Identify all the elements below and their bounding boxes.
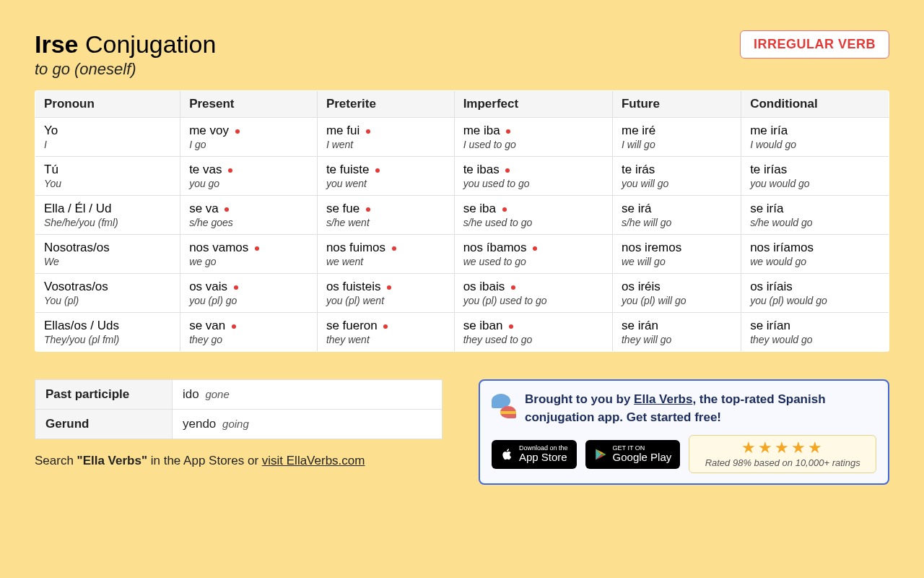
search-line: Search "Ella Verbs" in the App Stores or…: [35, 454, 443, 468]
column-header: Pronoun: [35, 91, 180, 118]
conjugation-table: PronounPresentPreteriteImperfectFutureCo…: [35, 90, 889, 352]
column-header: Future: [612, 91, 741, 118]
conjugation-cell: se fue s/he went: [317, 196, 454, 235]
irregular-dot-icon: [506, 129, 510, 134]
conjugation-cell: nos vamos we go: [180, 235, 318, 274]
conjugation-cell: te fuiste you went: [317, 157, 454, 196]
past-participle-label: Past participle: [35, 380, 173, 410]
past-participle-value: ido gone: [173, 380, 443, 410]
rating-text: Rated 98% based on 10,000+ ratings: [701, 457, 864, 468]
irregular-dot-icon: [392, 246, 396, 251]
table-row: YoIme voy I gome fui I wentme iba I used…: [35, 118, 889, 157]
gerund-es: yendo: [183, 417, 216, 431]
conjugation-cell: nos iríamos we would go: [741, 235, 889, 274]
conjugation-cell: os fuisteis you (pl) went: [317, 274, 454, 313]
conjugation-cell: os iréis you (pl) will go: [612, 274, 741, 313]
conjugation-cell: me voy I go: [180, 118, 318, 157]
irregular-badge: IRREGULAR VERB: [740, 30, 889, 59]
conjugation-cell: te irás you will go: [612, 157, 741, 196]
conjugation-cell: se irán they will go: [612, 313, 741, 352]
column-header: Preterite: [317, 91, 454, 118]
conjugation-cell: te ibas you used to go: [454, 157, 612, 196]
apple-icon: [500, 447, 513, 462]
conjugation-cell: os iríais you (pl) would go: [741, 274, 889, 313]
pronoun-cell: TúYou: [35, 157, 180, 196]
irregular-dot-icon: [235, 129, 240, 134]
irregular-dot-icon: [505, 168, 510, 173]
rating-box: ★★★★★ Rated 98% based on 10,000+ ratings: [689, 435, 876, 473]
stars-icon: ★★★★★: [701, 440, 864, 456]
irregular-dot-icon: [225, 207, 229, 212]
conjugation-cell: me iría I would go: [741, 118, 889, 157]
irregular-dot-icon: [228, 168, 232, 173]
conjugation-cell: nos íbamos we used to go: [454, 235, 612, 274]
irregular-dot-icon: [375, 168, 380, 173]
conjugation-cell: se irá s/he will go: [612, 196, 741, 235]
irregular-dot-icon: [232, 324, 236, 329]
conjugation-cell: se iba s/he used to go: [454, 196, 612, 235]
table-row: Nosotras/osWenos vamos we gonos fuimos w…: [35, 235, 889, 274]
app-store-button[interactable]: Download on theApp Store: [492, 440, 577, 469]
forms-table: Past participle ido gone Gerund yendo go…: [35, 379, 443, 439]
gerund-label: Gerund: [35, 410, 173, 439]
pronoun-cell: Nosotras/osWe: [35, 235, 180, 274]
irregular-dot-icon: [502, 207, 507, 212]
promo-prefix: Brought to you by: [525, 392, 634, 406]
gerund-value: yendo going: [173, 410, 443, 439]
conjugation-cell: se van they go: [180, 313, 318, 352]
pronoun-cell: Ellas/os / UdsThey/you (pl fml): [35, 313, 180, 352]
conjugation-cell: se va s/he goes: [180, 196, 318, 235]
pronoun-cell: YoI: [35, 118, 180, 157]
irregular-dot-icon: [234, 285, 238, 290]
conjugation-cell: nos iremos we will go: [612, 235, 741, 274]
conjugation-cell: nos fuimos we went: [317, 235, 454, 274]
title-suffix: Conjugation: [85, 30, 216, 58]
conjugation-cell: te irías you would go: [741, 157, 889, 196]
verb-name: Irse: [35, 30, 79, 58]
conjugation-cell: se iría s/he would go: [741, 196, 889, 235]
conjugation-cell: se fueron they went: [317, 313, 454, 352]
conjugation-cell: me fui I went: [317, 118, 454, 157]
column-header: Present: [180, 91, 318, 118]
conjugation-cell: os vais you (pl) go: [180, 274, 318, 313]
google-play-button[interactable]: GET IT ONGoogle Play: [585, 440, 681, 469]
conjugation-cell: os ibais you (pl) used to go: [454, 274, 612, 313]
search-quoted: "Ella Verbs": [77, 454, 147, 467]
conjugation-cell: se irían they would go: [741, 313, 889, 352]
ella-verbs-icon: [492, 394, 516, 418]
conjugation-cell: me iré I will go: [612, 118, 741, 157]
irregular-dot-icon: [509, 324, 513, 329]
irregular-dot-icon: [366, 207, 370, 212]
column-header: Imperfect: [454, 91, 612, 118]
promo-box: Brought to you by Ella Verbs, the top-ra…: [479, 379, 889, 485]
search-middle: in the App Stores or: [147, 454, 262, 467]
irregular-dot-icon: [366, 129, 370, 134]
table-row: Ellas/os / UdsThey/you (pl fml)se van th…: [35, 313, 889, 352]
conjugation-cell: te vas you go: [180, 157, 318, 196]
ella-verbs-link[interactable]: Ella Verbs: [634, 392, 692, 406]
irregular-dot-icon: [383, 324, 388, 329]
table-row: TúYoute vas you gote fuiste you wentte i…: [35, 157, 889, 196]
search-prefix: Search: [35, 454, 77, 467]
column-header: Conditional: [741, 91, 889, 118]
play-big: Google Play: [613, 452, 672, 464]
table-row: Ella / Él / UdShe/he/you (fml)se va s/he…: [35, 196, 889, 235]
pronoun-cell: Vosotras/osYou (pl): [35, 274, 180, 313]
promo-text: Brought to you by Ella Verbs, the top-ra…: [525, 391, 876, 426]
irregular-dot-icon: [255, 246, 259, 251]
visit-link[interactable]: visit EllaVerbs.com: [262, 454, 365, 467]
verb-subtitle: to go (oneself): [35, 60, 216, 79]
irregular-dot-icon: [387, 285, 391, 290]
conjugation-cell: se iban they used to go: [454, 313, 612, 352]
past-participle-en: gone: [205, 388, 229, 400]
irregular-dot-icon: [533, 246, 537, 251]
gerund-en: going: [222, 418, 249, 430]
google-play-icon: [594, 448, 607, 461]
table-row: Vosotras/osYou (pl)os vais you (pl) goos…: [35, 274, 889, 313]
conjugation-cell: me iba I used to go: [454, 118, 612, 157]
past-participle-es: ido: [183, 387, 199, 401]
pronoun-cell: Ella / Él / UdShe/he/you (fml): [35, 196, 180, 235]
page-title: Irse Conjugation: [35, 30, 216, 59]
appstore-big: App Store: [519, 452, 568, 464]
irregular-dot-icon: [511, 285, 515, 290]
